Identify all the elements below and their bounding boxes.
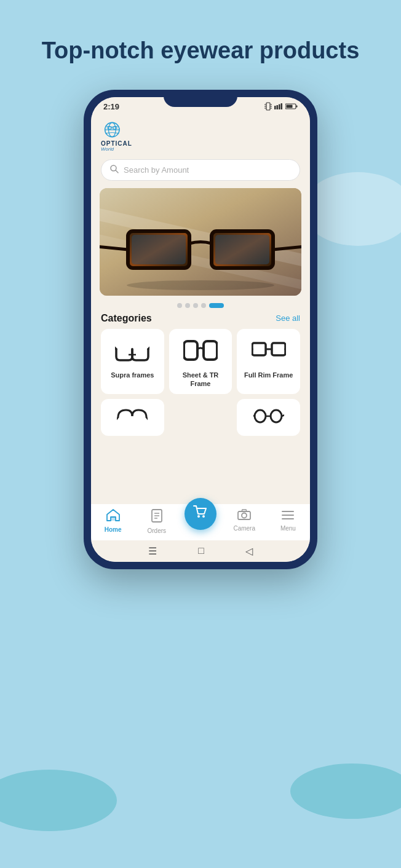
carousel-dot-2[interactable] bbox=[185, 303, 190, 308]
nav-label-camera: Camera bbox=[233, 525, 255, 532]
category-grid: Supra frames bbox=[101, 329, 300, 436]
hero-banner bbox=[100, 188, 301, 296]
search-placeholder-text: Search by Amount bbox=[124, 165, 189, 175]
category-card-partial-2[interactable] bbox=[237, 399, 300, 436]
vibrate-icon bbox=[264, 102, 272, 111]
full-rim-label: Full Rim Frame bbox=[244, 371, 293, 379]
carousel-dots bbox=[91, 303, 310, 308]
svg-point-33 bbox=[127, 280, 274, 290]
svg-rect-7 bbox=[274, 106, 276, 109]
bg-cloud-bottom-left bbox=[0, 770, 117, 831]
search-icon bbox=[110, 165, 119, 175]
svg-line-39 bbox=[183, 349, 184, 350]
carousel-dot-3[interactable] bbox=[193, 303, 198, 308]
svg-line-23 bbox=[116, 170, 118, 173]
svg-point-61 bbox=[242, 513, 247, 518]
svg-line-45 bbox=[285, 348, 286, 349]
sheet-tr-icon bbox=[182, 335, 219, 366]
supra-frames-label: Supra frames bbox=[111, 371, 154, 379]
bg-cloud-right bbox=[303, 172, 401, 246]
nav-item-orders[interactable]: Orders bbox=[135, 509, 178, 534]
partial-glasses-icon bbox=[117, 405, 148, 430]
categories-title: Categories bbox=[101, 313, 152, 324]
carousel-dot-4[interactable] bbox=[201, 303, 206, 308]
android-nav-bar: ☰ □ ◁ bbox=[91, 540, 310, 562]
see-all-button[interactable]: See all bbox=[276, 314, 300, 323]
android-home-icon: □ bbox=[198, 545, 204, 556]
svg-rect-28 bbox=[132, 235, 186, 264]
svg-rect-37 bbox=[184, 341, 197, 360]
status-icons bbox=[264, 102, 298, 111]
bottom-nav: Home Orders bbox=[91, 504, 310, 540]
logo-subtext: World bbox=[101, 147, 114, 152]
bg-cloud-bottom-right bbox=[290, 763, 401, 819]
svg-rect-12 bbox=[287, 105, 293, 108]
cart-fab-button[interactable] bbox=[185, 498, 216, 530]
svg-line-44 bbox=[252, 348, 252, 349]
supra-frames-icon bbox=[114, 335, 151, 366]
status-time: 2:19 bbox=[103, 102, 119, 111]
svg-point-58 bbox=[197, 515, 200, 518]
svg-line-46 bbox=[117, 417, 118, 420]
svg-rect-38 bbox=[204, 341, 217, 360]
home-icon bbox=[106, 509, 120, 524]
svg-rect-41 bbox=[252, 343, 266, 355]
camera-icon bbox=[237, 509, 251, 523]
page-headline: Top-notch eyewear products bbox=[42, 37, 360, 65]
svg-rect-10 bbox=[281, 103, 283, 109]
category-card-partial-1[interactable] bbox=[101, 399, 164, 436]
svg-line-35 bbox=[148, 347, 149, 349]
battery-icon bbox=[285, 103, 298, 109]
svg-line-40 bbox=[217, 349, 218, 350]
categories-section: Categories See all bbox=[91, 310, 310, 504]
nav-item-home[interactable]: Home bbox=[91, 509, 135, 534]
signal-icon bbox=[274, 103, 283, 109]
svg-rect-0 bbox=[266, 103, 270, 110]
logo-container: OPTICAL World bbox=[101, 119, 300, 152]
category-card-sheet-tr[interactable]: Sheet & TR Frame bbox=[169, 329, 232, 395]
svg-line-47 bbox=[146, 417, 148, 420]
svg-rect-49 bbox=[271, 410, 282, 422]
hero-glasses-image bbox=[100, 188, 301, 296]
menu-icon bbox=[281, 509, 295, 523]
nav-item-cart[interactable] bbox=[178, 509, 222, 534]
svg-rect-8 bbox=[277, 105, 279, 109]
phone-frame: 2:19 bbox=[84, 90, 317, 569]
partial-glasses-icon-2 bbox=[253, 405, 284, 430]
optical-world-logo bbox=[101, 119, 132, 141]
phone-notch bbox=[164, 90, 237, 107]
svg-line-34 bbox=[115, 347, 116, 349]
search-area: Search by Amount bbox=[91, 156, 310, 184]
svg-point-59 bbox=[202, 515, 205, 518]
logo-area: OPTICAL World bbox=[91, 114, 310, 156]
nav-item-camera[interactable]: Camera bbox=[223, 509, 266, 534]
svg-rect-48 bbox=[255, 410, 266, 422]
sheet-tr-label: Sheet & TR Frame bbox=[174, 371, 228, 389]
carousel-dot-5[interactable] bbox=[209, 303, 224, 308]
categories-header: Categories See all bbox=[101, 313, 300, 324]
nav-label-menu: Menu bbox=[280, 525, 296, 532]
android-back-icon: ◁ bbox=[245, 545, 253, 557]
svg-rect-13 bbox=[296, 106, 298, 108]
svg-rect-9 bbox=[279, 105, 280, 110]
nav-label-orders: Orders bbox=[148, 527, 167, 534]
svg-rect-42 bbox=[272, 343, 285, 355]
nav-label-home: Home bbox=[105, 526, 122, 533]
android-menu-icon: ☰ bbox=[148, 545, 157, 557]
cart-icon bbox=[193, 505, 208, 523]
carousel-dot-1[interactable] bbox=[177, 303, 182, 308]
nav-item-menu[interactable]: Menu bbox=[266, 509, 310, 534]
category-card-full-rim[interactable]: Full Rim Frame bbox=[237, 329, 300, 395]
phone-screen: 2:19 bbox=[91, 97, 310, 562]
svg-rect-53 bbox=[111, 517, 116, 521]
orders-icon bbox=[151, 509, 163, 526]
category-card-supra[interactable]: Supra frames bbox=[101, 329, 164, 395]
search-bar[interactable]: Search by Amount bbox=[101, 159, 300, 181]
app-content: OPTICAL World Search by Amount bbox=[91, 114, 310, 562]
svg-rect-30 bbox=[215, 235, 269, 264]
full-rim-icon bbox=[250, 335, 287, 366]
